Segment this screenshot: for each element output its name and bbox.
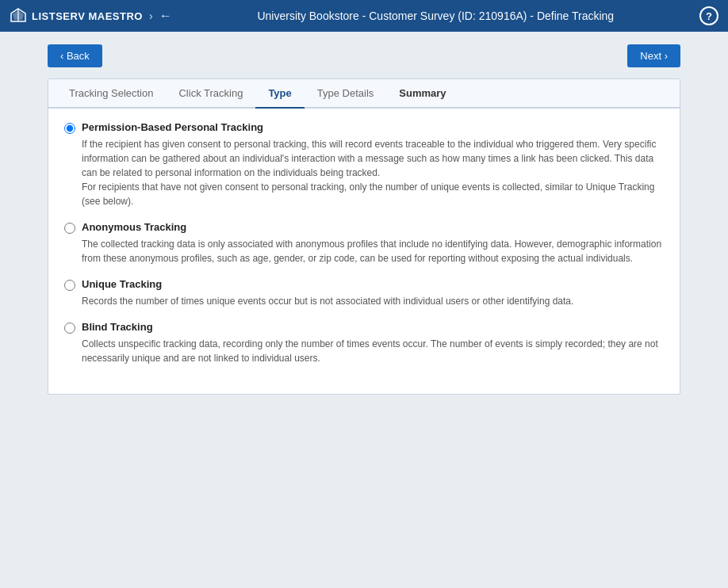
option-anonymous-desc: The collected tracking data is only asso…	[82, 237, 664, 265]
page-title: University Bookstore - Customer Survey (…	[172, 10, 699, 22]
option-anonymous: Anonymous Tracking The collected trackin…	[64, 221, 664, 265]
option-anonymous-row: Anonymous Tracking	[64, 221, 664, 234]
option-blind-row: Blind Tracking	[64, 321, 664, 334]
radio-permission-based[interactable]	[64, 123, 75, 134]
help-button[interactable]: ?	[699, 6, 718, 25]
brand-logo: LISTSERV MAESTRO	[10, 7, 143, 25]
option-blind: Blind Tracking Collects unspecific track…	[64, 321, 664, 365]
main-panel: Tracking Selection Click Tracking Type T…	[48, 78, 680, 395]
option-blind-desc: Collects unspecific tracking data, recor…	[82, 337, 664, 365]
radio-anonymous[interactable]	[64, 223, 75, 234]
back-button[interactable]: ‹ Back	[48, 44, 102, 67]
radio-section: Permission-Based Personal Tracking If th…	[48, 109, 680, 394]
brand-icon	[10, 7, 27, 25]
nav-chevron-icon: ›	[149, 10, 153, 22]
option-unique-desc: Records the number of times unique event…	[82, 294, 664, 308]
tab-summary[interactable]: Summary	[386, 79, 458, 109]
option-unique: Unique Tracking Records the number of ti…	[64, 278, 664, 308]
radio-blind[interactable]	[64, 323, 75, 334]
option-blind-title: Blind Tracking	[82, 321, 153, 333]
tab-click-tracking[interactable]: Click Tracking	[166, 79, 255, 109]
option-permission-based: Permission-Based Personal Tracking If th…	[64, 121, 664, 208]
option-permission-based-title: Permission-Based Personal Tracking	[82, 121, 263, 133]
option-unique-title: Unique Tracking	[82, 278, 162, 290]
tab-type-details[interactable]: Type Details	[305, 79, 387, 109]
nav-back-icon[interactable]: ←	[159, 9, 172, 23]
button-row: ‹ Back Next ›	[48, 44, 680, 67]
option-permission-based-desc: If the recipient has given consent to pe…	[82, 137, 664, 208]
option-unique-row: Unique Tracking	[64, 278, 664, 291]
nav-left: LISTSERV MAESTRO › ←	[10, 7, 172, 25]
radio-unique[interactable]	[64, 280, 75, 291]
brand-name: LISTSERV MAESTRO	[32, 10, 143, 22]
next-button[interactable]: Next ›	[627, 44, 680, 67]
top-nav: LISTSERV MAESTRO › ← University Bookstor…	[0, 0, 728, 32]
option-anonymous-title: Anonymous Tracking	[82, 221, 186, 233]
content-area: ‹ Back Next › Tracking Selection Click T…	[0, 32, 728, 407]
option-permission-based-row: Permission-Based Personal Tracking	[64, 121, 664, 134]
tab-type[interactable]: Type	[255, 79, 304, 109]
tabs-bar: Tracking Selection Click Tracking Type T…	[48, 79, 680, 109]
tab-tracking-selection[interactable]: Tracking Selection	[56, 79, 166, 109]
